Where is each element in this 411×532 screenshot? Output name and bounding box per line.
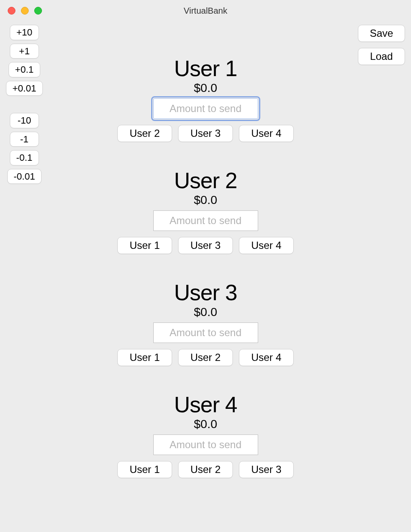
send-buttons: User 1 User 2 User 3 (117, 461, 294, 478)
window-zoom-icon[interactable] (34, 7, 42, 15)
users-panel: User 1 $0.0 User 2 User 3 User 4 User 2 … (117, 56, 294, 478)
user-balance: $0.0 (194, 305, 217, 319)
adjust-plus-1-button[interactable]: +1 (10, 44, 39, 59)
user-name: User 3 (174, 280, 237, 305)
file-actions: Save Load (358, 25, 405, 65)
user-name: User 1 (174, 56, 237, 81)
user-balance: $0.0 (194, 81, 217, 95)
adjust-minus-0p01-button[interactable]: -0.01 (7, 169, 42, 184)
amount-input[interactable] (153, 434, 258, 455)
adjust-minus-10-button[interactable]: -10 (10, 113, 39, 128)
window-title: VirtualBank (184, 6, 227, 16)
amount-input[interactable] (153, 322, 258, 343)
titlebar: VirtualBank (0, 0, 411, 21)
adjust-minus-group: -10 -1 -0.1 -0.01 (7, 113, 42, 184)
window-close-icon[interactable] (8, 7, 15, 15)
send-buttons: User 1 User 3 User 4 (117, 237, 294, 254)
send-to-user-button[interactable]: User 1 (117, 237, 172, 254)
load-button[interactable]: Load (358, 48, 405, 65)
send-to-user-button[interactable]: User 2 (178, 461, 233, 478)
window-minimize-icon[interactable] (21, 7, 29, 15)
adjust-plus-0p1-button[interactable]: +0.1 (9, 62, 40, 77)
send-to-user-button[interactable]: User 3 (239, 461, 294, 478)
user-balance: $0.0 (194, 417, 217, 431)
user-card-2: User 2 $0.0 User 1 User 3 User 4 (117, 168, 294, 254)
send-to-user-button[interactable]: User 4 (239, 349, 294, 366)
amount-input[interactable] (153, 210, 258, 231)
send-to-user-button[interactable]: User 1 (117, 461, 172, 478)
send-buttons: User 2 User 3 User 4 (117, 125, 294, 142)
adjust-plus-group: +10 +1 +0.1 +0.01 (6, 25, 43, 96)
adjust-plus-0p01-button[interactable]: +0.01 (6, 81, 43, 96)
traffic-lights (8, 7, 42, 15)
send-to-user-button[interactable]: User 4 (239, 237, 294, 254)
user-card-4: User 4 $0.0 User 1 User 2 User 3 (117, 392, 294, 478)
adjust-panel: +10 +1 +0.1 +0.01 -10 -1 -0.1 -0.01 (6, 25, 43, 184)
user-name: User 2 (174, 168, 237, 193)
send-to-user-button[interactable]: User 3 (178, 125, 233, 142)
send-to-user-button[interactable]: User 2 (178, 349, 233, 366)
adjust-plus-10-button[interactable]: +10 (10, 25, 39, 40)
user-card-1: User 1 $0.0 User 2 User 3 User 4 (117, 56, 294, 142)
send-to-user-button[interactable]: User 4 (239, 125, 294, 142)
send-to-user-button[interactable]: User 3 (178, 237, 233, 254)
amount-input[interactable] (153, 98, 258, 119)
send-to-user-button[interactable]: User 2 (117, 125, 172, 142)
user-name: User 4 (174, 392, 237, 417)
send-to-user-button[interactable]: User 1 (117, 349, 172, 366)
adjust-minus-0p1-button[interactable]: -0.1 (10, 150, 39, 166)
user-balance: $0.0 (194, 193, 217, 207)
send-buttons: User 1 User 2 User 4 (117, 349, 294, 366)
save-button[interactable]: Save (358, 25, 405, 42)
adjust-minus-1-button[interactable]: -1 (10, 132, 39, 147)
user-card-3: User 3 $0.0 User 1 User 2 User 4 (117, 280, 294, 366)
